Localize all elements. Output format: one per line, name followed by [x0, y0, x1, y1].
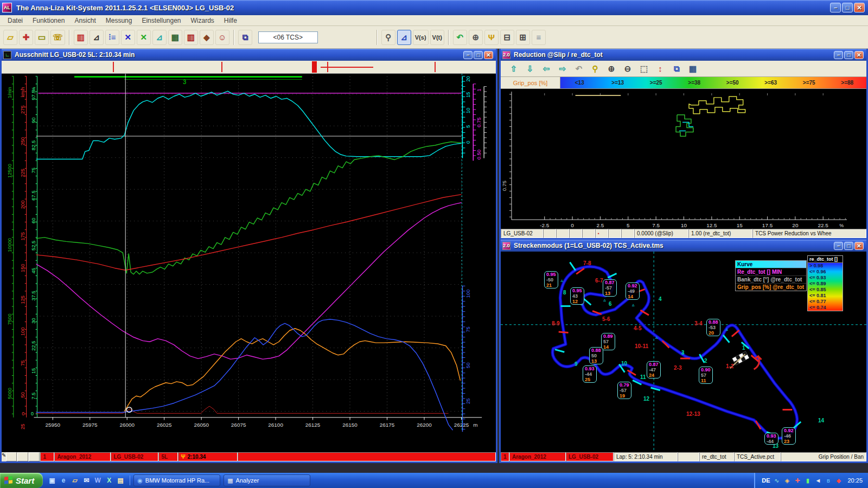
table-icon[interactable]: ▦ [168, 30, 182, 45]
network-tray-icon[interactable]: ▮ [803, 477, 812, 485]
callout-grip-value: 14 [603, 344, 613, 350]
app-maximize-button[interactable]: □ [842, 3, 853, 12]
menu-item-datei[interactable]: Datei [3, 16, 27, 25]
flip-axes-icon[interactable]: ⧉ [670, 62, 683, 75]
pan-up-icon[interactable]: ⇧ [507, 62, 520, 75]
collapse-icon[interactable]: ⊟ [500, 30, 514, 45]
chart-red-icon[interactable]: ▥ [74, 30, 88, 45]
open-folder-icon[interactable]: ▱ [3, 30, 17, 45]
corner-callout: 0.79-5719 [617, 382, 631, 399]
box-icon[interactable]: ◆ [200, 30, 214, 45]
vt-button[interactable]: V(t) [430, 30, 444, 45]
legend-row[interactable]: Re_dtc_tot [] MIN [736, 268, 806, 275]
menu-item-ansicht[interactable]: Ansicht [70, 16, 100, 25]
volume-tray-icon[interactable]: ◄ [814, 477, 822, 485]
strecken-titlebar[interactable]: 2.0 Streckenmodus (1=LG_USB-02) TCS_Acti… [501, 240, 866, 252]
menu-item-messung[interactable]: Messung [101, 16, 137, 25]
checklist-icon[interactable]: ⁝≡ [105, 30, 119, 45]
alert-tray-icon[interactable]: ✚ [793, 477, 801, 485]
notes-icon[interactable]: ▤ [116, 476, 125, 485]
trophy-icon[interactable]: Ψ [484, 30, 499, 45]
pan-right-icon[interactable]: ⇨ [556, 62, 569, 75]
strecken-minimize-button[interactable]: – [834, 242, 843, 250]
excel-icon[interactable]: X [104, 476, 114, 485]
menu-item-funktionen[interactable]: Funktionen [28, 16, 69, 25]
zoom-width-icon[interactable]: ⊕ [469, 30, 483, 45]
legend-row[interactable]: Grip_pos [%] @re_dtc_tot [736, 283, 806, 291]
y-tick-label: 67.5 [30, 190, 36, 200]
language-indicator[interactable]: DE [762, 477, 770, 484]
folder-icon[interactable]: ▱ [70, 476, 80, 485]
y-tick-label: 97.5 [30, 90, 36, 100]
preset-combobox[interactable]: <06 TCS> [258, 31, 318, 43]
task-buttons: ◉BMW Motorrad HP Ra...▦Analyzer [130, 474, 310, 486]
strecken-maximize-button[interactable]: □ [844, 242, 853, 250]
ausschnitt-maximize-button[interactable]: □ [474, 51, 483, 59]
lap-overview-strip[interactable] [2, 61, 496, 74]
callout-redtc-value: 0.92 [628, 283, 637, 288]
pan-down-icon[interactable]: ⇩ [524, 62, 537, 75]
undo-icon[interactable]: ↶ [572, 62, 585, 75]
callout-redtc-value: 0.93 [585, 366, 595, 371]
window-copy-icon[interactable]: ⧉ [238, 30, 252, 45]
status-spacer-box[interactable] [6, 452, 17, 461]
track-map[interactable]: ▵▵▵▵▵▵▵▵ KurveRe_dtc_tot [] MINBank_dtc … [501, 252, 866, 452]
undo-icon[interactable]: ↶ [453, 30, 467, 45]
strecken-close-button[interactable]: ✕ [854, 242, 864, 250]
expand-icon[interactable]: ⊞ [516, 30, 530, 45]
curves-green-icon[interactable]: ✕ [137, 30, 151, 45]
show-desktop-icon[interactable]: ▣ [47, 476, 57, 485]
segment-label: 2-3 [674, 365, 681, 371]
eraser-icon[interactable]: ▭ [35, 30, 49, 45]
task-button-2[interactable]: ▦Analyzer [224, 474, 310, 486]
start-button[interactable]: Start [0, 473, 43, 488]
mail-icon[interactable]: ✉ [81, 476, 91, 485]
reduction-plot[interactable]: 0.75-2.502.557.51012.51517.52022.5% [501, 89, 866, 229]
ausschnitt-titlebar[interactable]: ∟ Ausschnitt LG_USB-02 5L: 2:10.34 min –… [2, 49, 496, 61]
callout-bank-value: -44 [767, 439, 776, 444]
task-button-1[interactable]: ◉BMW Motorrad HP Ra... [133, 474, 220, 486]
bt-tray-icon[interactable]: ʙ [824, 477, 832, 485]
reduction-maximize-button[interactable]: □ [844, 51, 853, 59]
word-icon[interactable]: W [93, 476, 103, 485]
overview-selection-block[interactable] [312, 61, 317, 73]
lines-icon[interactable]: ≡ [532, 30, 546, 45]
status-spacer-box[interactable] [17, 452, 28, 461]
pin-icon[interactable]: ⚲ [381, 30, 395, 45]
menu-item-einstellungen[interactable]: Einstellungen [137, 16, 185, 25]
select-rect-icon[interactable]: ⬚ [637, 62, 650, 75]
shield-tray-icon[interactable]: ◆ [834, 477, 843, 485]
ausschnitt-close-button[interactable]: ✕ [484, 51, 493, 59]
menu-item-wizards[interactable]: Wizards [187, 16, 219, 25]
main-chart[interactable]: 2595025975260002602526050260752610026125… [2, 74, 496, 452]
ausschnitt-minimize-button[interactable]: – [463, 51, 473, 59]
smiley-icon[interactable]: ☺ [215, 30, 229, 45]
zoom-out-icon[interactable]: ⊖ [621, 62, 634, 75]
legend-row[interactable]: Bank_dtc [°] @re_dtc_tot [736, 275, 806, 283]
browser-icon[interactable]: e [59, 476, 68, 485]
reduction-close-button[interactable]: ✕ [854, 51, 864, 59]
histogram-icon[interactable]: ▥ [184, 30, 198, 45]
app-close-button[interactable]: ✕ [854, 3, 865, 12]
add-measure-icon[interactable]: ✚ [19, 30, 33, 45]
lasso-icon[interactable]: ⚲ [589, 62, 602, 75]
zoom-in-icon[interactable]: ⊕ [605, 62, 618, 75]
ruler-icon[interactable]: ⊿ [397, 30, 411, 45]
grid-calc-icon[interactable]: ▦ [686, 62, 699, 75]
chart-tray-icon[interactable]: ∿ [773, 477, 781, 485]
vs-button[interactable]: V(s) [413, 30, 429, 45]
usb-tray-icon[interactable]: ◈ [783, 477, 791, 485]
curves-blue-icon[interactable]: ✕ [121, 30, 135, 45]
status-spacer-box[interactable] [29, 452, 40, 461]
signal-icon[interactable]: ↕ [654, 62, 667, 75]
chart-axes-icon[interactable]: ⊿ [90, 30, 104, 45]
app-minimize-button[interactable]: – [830, 3, 841, 12]
chart-cyan-icon[interactable]: ⊿ [152, 30, 167, 45]
reduction-minimize-button[interactable]: – [834, 51, 843, 59]
pan-left-icon[interactable]: ⇦ [540, 62, 553, 75]
y-tick-label: 82.5 [30, 140, 36, 150]
phone-icon[interactable]: ☏ [50, 30, 65, 45]
status-cell: 1 [501, 452, 509, 461]
reduction-titlebar[interactable]: 2.0 Reduction @Slip / re_dtc_tot – □ ✕ [501, 49, 866, 61]
menu-item-hilfe[interactable]: Hilfe [220, 16, 241, 25]
